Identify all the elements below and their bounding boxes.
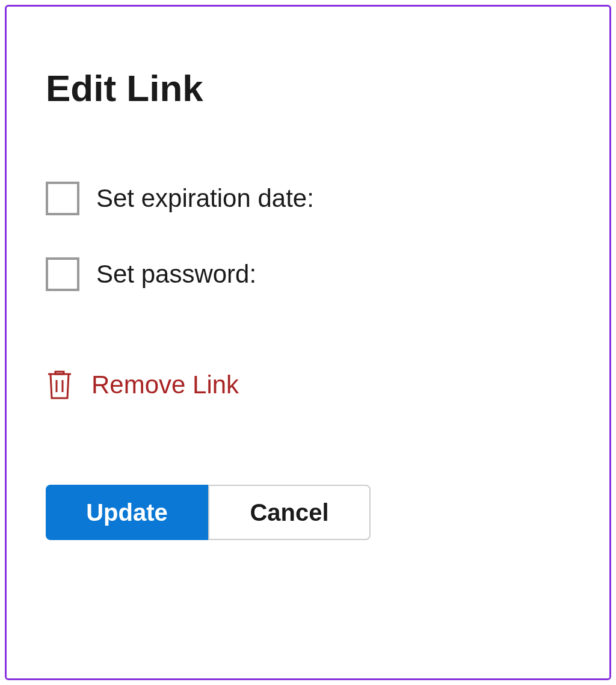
update-button[interactable]: Update	[46, 485, 208, 540]
button-row: Update Cancel	[46, 485, 570, 540]
remove-link-button[interactable]: Remove Link	[46, 369, 570, 401]
set-password-label: Set password:	[96, 260, 256, 289]
set-expiration-checkbox[interactable]	[46, 182, 79, 215]
set-password-row[interactable]: Set password:	[46, 257, 570, 291]
cancel-button[interactable]: Cancel	[208, 485, 371, 540]
set-password-checkbox[interactable]	[46, 257, 79, 291]
set-expiration-label: Set expiration date:	[96, 184, 314, 213]
trash-icon	[46, 369, 73, 401]
dialog-frame: Edit Link Set expiration date: Set passw…	[5, 5, 611, 680]
dialog-title: Edit Link	[46, 67, 570, 109]
remove-link-label: Remove Link	[91, 370, 239, 399]
set-expiration-row[interactable]: Set expiration date:	[46, 182, 570, 215]
